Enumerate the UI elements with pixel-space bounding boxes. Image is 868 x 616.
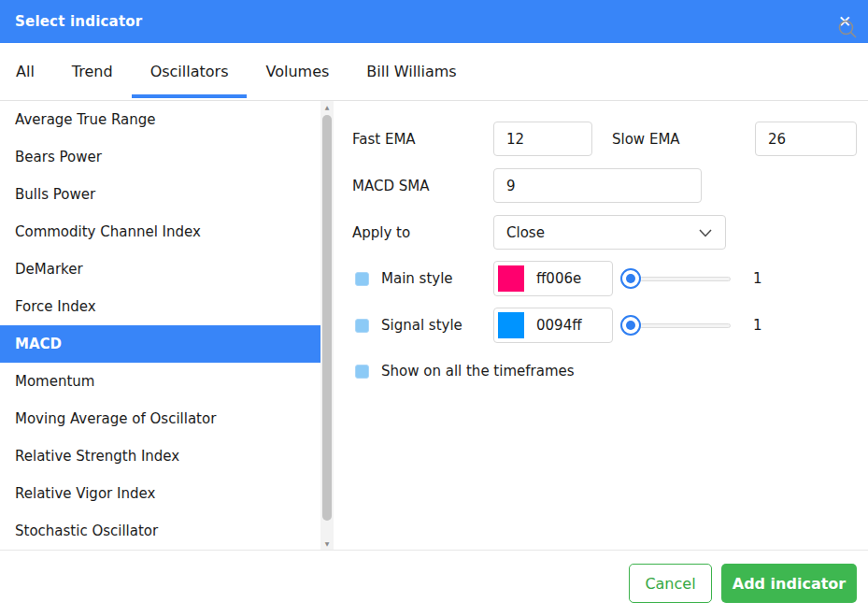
- scroll-down-icon: ▼: [325, 540, 330, 547]
- signal-style-color-input[interactable]: 0094ff: [493, 308, 613, 343]
- main-style-width-value: 1: [753, 270, 762, 287]
- list-scrollbar[interactable]: ▲ ▼: [320, 101, 334, 550]
- chevron-down-icon: [699, 229, 712, 237]
- list-item[interactable]: Momentum: [0, 363, 320, 400]
- slider-thumb[interactable]: [620, 315, 641, 336]
- scrollbar-thumb[interactable]: [322, 115, 332, 521]
- list-item-selected[interactable]: MACD: [0, 325, 320, 363]
- slow-ema-input[interactable]: [755, 122, 857, 156]
- slow-ema-label: Slow EMA: [612, 131, 755, 148]
- search-icon: [837, 19, 858, 39]
- tab-label: Oscillators: [150, 63, 229, 80]
- list-item[interactable]: Force Index: [0, 288, 320, 325]
- scroll-down-button[interactable]: ▼: [320, 537, 334, 550]
- tab-all[interactable]: All: [16, 43, 53, 100]
- fast-ema-label: Fast EMA: [352, 131, 493, 148]
- list-item[interactable]: Commodity Channel Index: [0, 213, 320, 251]
- add-indicator-button[interactable]: Add indicator: [721, 564, 857, 603]
- apply-to-value: Close: [506, 224, 545, 241]
- slider-dot-icon: [626, 321, 635, 330]
- dialog-footer: Cancel Add indicator: [0, 550, 868, 616]
- signal-style-color-swatch: [498, 312, 524, 338]
- main-style-color-text: ff006e: [536, 270, 581, 287]
- macd-sma-input[interactable]: [493, 168, 702, 203]
- tab-bill-williams[interactable]: Bill Williams: [348, 43, 475, 100]
- dialog-title: Select indicator: [0, 13, 142, 30]
- show-all-timeframes-label: Show on all the timeframes: [381, 363, 575, 380]
- select-indicator-dialog: Select indicator ✕ All Trend Oscillators…: [0, 0, 868, 616]
- macd-sma-row: MACD SMA: [352, 168, 868, 203]
- apply-to-label: Apply to: [352, 224, 493, 241]
- macd-sma-label: MACD SMA: [352, 178, 493, 194]
- list-item[interactable]: Bears Power: [0, 138, 320, 176]
- slider-track[interactable]: [639, 323, 731, 328]
- slider-track[interactable]: [639, 277, 731, 281]
- signal-style-width-slider[interactable]: [620, 315, 731, 336]
- indicator-list: Average True Range Bears Power Bulls Pow…: [0, 101, 320, 550]
- list-item[interactable]: Relative Strength Index: [0, 437, 320, 475]
- fast-ema-input[interactable]: [493, 122, 592, 156]
- main-style-color-swatch: [498, 265, 524, 292]
- list-item[interactable]: DeMarker: [0, 251, 320, 288]
- show-all-timeframes-row: Show on all the timeframes: [352, 363, 868, 380]
- dialog-header: Select indicator ✕: [0, 0, 868, 43]
- signal-style-checkbox[interactable]: [355, 319, 369, 333]
- tab-label: Bill Williams: [366, 63, 456, 80]
- search-button[interactable]: [837, 19, 858, 39]
- tab-label: All: [16, 63, 35, 80]
- list-item[interactable]: Average True Range: [0, 101, 320, 138]
- main-style-row: Main style ff006e 1: [352, 261, 868, 296]
- slider-dot-icon: [626, 274, 635, 283]
- ema-row: Fast EMA Slow EMA: [352, 122, 868, 156]
- cancel-button[interactable]: Cancel: [629, 564, 712, 603]
- scroll-up-icon: ▲: [325, 104, 330, 110]
- tab-trend[interactable]: Trend: [53, 43, 132, 100]
- main-style-color-input[interactable]: ff006e: [493, 261, 613, 296]
- signal-style-label: Signal style: [381, 317, 462, 334]
- apply-to-select[interactable]: Close: [493, 215, 726, 250]
- show-all-timeframes-checkbox[interactable]: [355, 365, 369, 379]
- list-item[interactable]: Relative Vigor Index: [0, 475, 320, 512]
- signal-style-row: Signal style 0094ff 1: [352, 308, 868, 343]
- signal-style-option: Signal style: [352, 317, 493, 334]
- slider-thumb[interactable]: [620, 268, 641, 289]
- apply-to-row: Apply to Close: [352, 215, 868, 250]
- tab-label: Trend: [72, 63, 113, 80]
- indicator-settings-panel: Fast EMA Slow EMA MACD SMA Apply to Clos…: [334, 101, 868, 550]
- tab-label: Volumes: [265, 63, 329, 80]
- list-item[interactable]: Stochastic Oscillator: [0, 512, 320, 550]
- main-style-label: Main style: [381, 270, 453, 287]
- list-item[interactable]: Moving Average of Oscillator: [0, 400, 320, 437]
- list-item[interactable]: Bulls Power: [0, 176, 320, 213]
- category-tabs: All Trend Oscillators Volumes Bill Willi…: [0, 43, 868, 101]
- signal-style-color-text: 0094ff: [536, 317, 582, 334]
- scroll-up-button[interactable]: ▲: [320, 101, 334, 113]
- main-style-width-slider[interactable]: [620, 268, 731, 289]
- main-style-checkbox[interactable]: [355, 272, 369, 286]
- tab-volumes[interactable]: Volumes: [247, 43, 348, 100]
- main-style-option: Main style: [352, 270, 493, 287]
- tab-oscillators[interactable]: Oscillators: [132, 43, 248, 100]
- signal-style-width-value: 1: [753, 317, 762, 334]
